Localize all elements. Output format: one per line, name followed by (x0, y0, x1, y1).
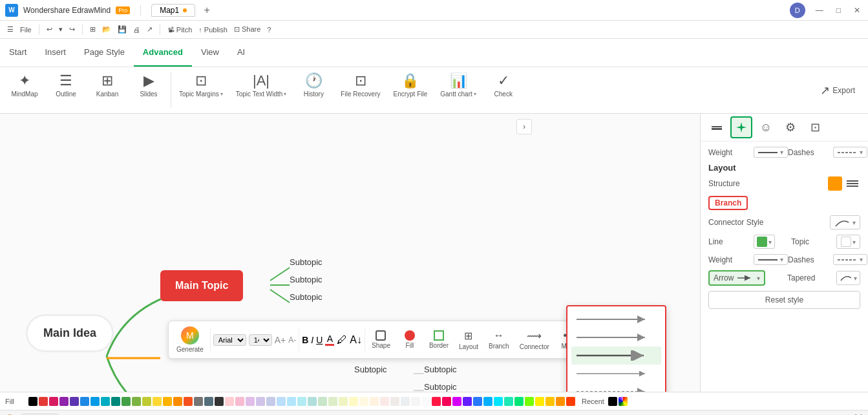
color-swatch[interactable] (70, 397, 79, 406)
history-group[interactable]: 🕐 History (294, 70, 333, 111)
tapered-control[interactable]: ▾ (836, 271, 860, 285)
color-swatch[interactable] (122, 397, 131, 406)
arrow-control-highlighted[interactable]: Arrow ▾ (708, 270, 765, 286)
save-button[interactable]: 💾 (116, 24, 129, 35)
color-swatch[interactable] (18, 397, 27, 406)
view-mode-outline[interactable]: ☰ Outline (47, 70, 85, 111)
color-swatch[interactable] (39, 397, 48, 406)
font-size-select[interactable]: 14 (249, 334, 272, 346)
color-swatch[interactable] (163, 397, 172, 406)
color-swatch[interactable] (535, 397, 544, 406)
redo-button[interactable]: ↪ (67, 24, 77, 35)
color-swatch[interactable] (297, 397, 306, 406)
panel-tab-emoji[interactable]: ☺ (755, 116, 777, 138)
color-swatch[interactable] (463, 397, 472, 406)
color-swatch[interactable] (556, 397, 565, 406)
branch-button[interactable]: ↔ Branch (485, 327, 513, 352)
topic-control[interactable]: ▾ (836, 235, 860, 249)
color-swatch[interactable] (266, 397, 275, 406)
branch-weight-selector[interactable]: ▾ (754, 254, 788, 265)
color-swatch[interactable] (215, 397, 224, 406)
color-swatch[interactable] (246, 397, 255, 406)
fill-button[interactable]: Fill (397, 328, 423, 352)
check-group[interactable]: ✓ Check (484, 70, 523, 111)
panel-tab-sparkle[interactable] (730, 116, 752, 138)
arrow-option-5[interactable] (571, 383, 661, 392)
recent-swatch-black[interactable] (608, 397, 617, 406)
color-swatch[interactable] (111, 397, 120, 406)
pitch-button[interactable]: 📽 Pitch (165, 25, 195, 35)
color-swatch[interactable] (194, 397, 203, 406)
avatar[interactable]: D (790, 3, 805, 18)
color-swatch[interactable] (173, 397, 182, 406)
export-group[interactable]: ↗ Export (812, 70, 863, 111)
help-button[interactable]: ? (265, 25, 273, 35)
color-swatch[interactable] (308, 397, 317, 406)
main-idea-node[interactable]: Main Idea (26, 314, 114, 352)
color-swatch[interactable] (318, 397, 327, 406)
color-swatch[interactable] (225, 397, 234, 406)
color-swatch[interactable] (370, 397, 379, 406)
color-swatch[interactable] (204, 397, 213, 406)
color-swatch[interactable] (494, 397, 503, 406)
add-page-button[interactable]: + (64, 413, 70, 416)
subtopic-3[interactable]: Subtopic (290, 292, 323, 302)
structure-control[interactable] (828, 176, 860, 191)
view-mode-kanban[interactable]: ⊞ Kanban (88, 70, 127, 111)
subtopic-2[interactable]: Subtopic (290, 275, 323, 284)
tab-insert[interactable]: Insert (36, 39, 75, 67)
line-color-selector[interactable]: ▾ (754, 235, 775, 249)
color-swatch[interactable] (473, 397, 482, 406)
tab-view[interactable]: View (192, 39, 228, 67)
color-swatch[interactable] (514, 397, 524, 406)
map-tab[interactable]: Map1 (151, 4, 195, 17)
dashes-control[interactable]: ▾ (833, 147, 867, 158)
tab-ai[interactable]: AI (228, 39, 254, 67)
color-swatch[interactable] (525, 397, 534, 406)
view-mode-mindmap[interactable]: ✦ MindMap (5, 70, 44, 111)
shape-button[interactable]: Shape (368, 328, 394, 352)
subtopic-mid-2[interactable]: Subtopic (424, 365, 457, 374)
arrow-option-4[interactable] (571, 365, 661, 383)
more-text-options[interactable]: A↓ (350, 334, 362, 346)
color-swatch[interactable] (49, 397, 58, 406)
topic-selector[interactable]: ▾ (836, 235, 860, 249)
gantt-chart-group[interactable]: 📊 Gantt chart ▾ (435, 70, 481, 111)
underline-button[interactable]: U (316, 335, 323, 345)
minimize-button[interactable]: — (813, 6, 826, 15)
share-btn[interactable]: ↗ (145, 24, 154, 35)
layout-button[interactable]: ⊞ Layout (455, 327, 482, 353)
color-swatch[interactable] (184, 397, 193, 406)
font-size-decrease[interactable]: A- (288, 335, 296, 345)
color-swatch[interactable] (256, 397, 265, 406)
generate-button[interactable]: M Generate (173, 324, 207, 356)
structure-option-orange[interactable] (828, 176, 842, 191)
share-text-button[interactable]: ⊡ Share (232, 24, 262, 35)
open-button[interactable]: 📂 (100, 24, 113, 35)
color-swatch[interactable] (401, 397, 410, 406)
color-swatch[interactable] (339, 397, 348, 406)
color-swatch[interactable] (28, 397, 37, 406)
subtopic-1[interactable]: Subtopic (290, 257, 323, 267)
color-swatch[interactable] (153, 397, 162, 406)
color-swatch[interactable] (90, 397, 100, 406)
color-swatch[interactable] (442, 397, 451, 406)
tab-start[interactable]: Start (0, 39, 36, 67)
font-size-increase[interactable]: A+ (275, 335, 286, 345)
font-color-button[interactable]: A (325, 334, 334, 346)
subtopic-mid-1[interactable]: Subtopic (354, 365, 387, 374)
reset-style-button[interactable]: Reset style (708, 291, 860, 309)
italic-button[interactable]: I (311, 335, 313, 345)
color-swatch[interactable] (432, 397, 441, 406)
color-swatch[interactable] (380, 397, 389, 406)
maximize-button[interactable]: □ (834, 6, 843, 15)
recent-swatch-color-wheel[interactable] (619, 397, 628, 406)
subtopic-mid-3[interactable]: Subtopic (424, 382, 457, 392)
color-swatch[interactable] (545, 397, 555, 406)
color-swatch[interactable] (59, 397, 69, 406)
branch-weight-control[interactable]: ▾ (754, 254, 788, 265)
color-swatch[interactable] (421, 397, 430, 406)
publish-button[interactable]: ↑ Publish (196, 25, 229, 35)
color-swatch[interactable] (101, 397, 110, 406)
topic-margins-group[interactable]: ⊡ Topic Margins ▾ (174, 70, 228, 111)
